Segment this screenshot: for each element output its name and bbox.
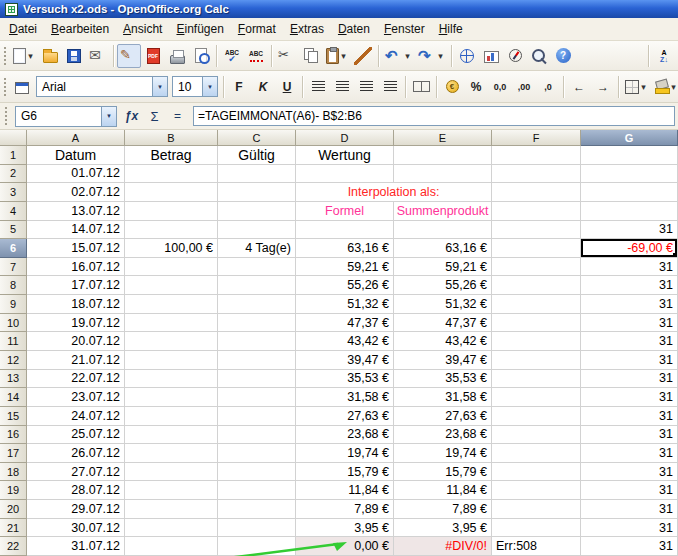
cell-G18[interactable]: 31 [581,463,678,482]
font-size-combo[interactable]: 10 [172,76,218,97]
cell-B10[interactable] [125,314,218,333]
cell-C4[interactable] [218,202,296,221]
row-header-21[interactable]: 21 [0,519,27,538]
row-header-13[interactable]: 13 [0,370,27,389]
cell-C15[interactable] [218,407,296,426]
cell-A10[interactable]: 19.07.12 [27,314,125,333]
copy-button[interactable] [299,44,323,68]
menu-einfügen[interactable]: Einfügen [169,19,230,39]
cell-F4[interactable] [492,202,581,221]
cell-F18[interactable] [492,463,581,482]
cell-C20[interactable] [218,500,296,519]
align-center-button[interactable] [330,75,354,99]
cell-G15[interactable]: 31 [581,407,678,426]
cell-B14[interactable] [125,388,218,407]
row-header-17[interactable]: 17 [0,444,27,463]
menu-bearbeiten[interactable]: Bearbeiten [44,19,116,39]
cell-A5[interactable]: 14.07.12 [27,221,125,240]
row-header-1[interactable]: 1 [0,146,27,165]
cell-F13[interactable] [492,370,581,389]
menu-ansicht[interactable]: Ansicht [116,19,169,39]
document-as-email-button[interactable] [86,44,110,68]
cell-A3[interactable]: 02.07.12 [27,183,125,202]
cell-E16[interactable]: 23,68 € [394,426,492,445]
menu-daten[interactable]: Daten [331,19,377,39]
cell-C6[interactable]: 4 Tag(e) [218,239,296,258]
cell-A17[interactable]: 26.07.12 [27,444,125,463]
decrease-indent-button[interactable]: ← [567,75,591,99]
column-header-D[interactable]: D [296,130,394,146]
cell-D16[interactable]: 23,68 € [296,426,394,445]
zoom-button[interactable] [527,44,551,68]
insert-chart-button[interactable] [479,44,503,68]
cell-F14[interactable] [492,388,581,407]
cell-A18[interactable]: 27.07.12 [27,463,125,482]
cell-A11[interactable]: 20.07.12 [27,332,125,351]
row-header-20[interactable]: 20 [0,500,27,519]
cell-A13[interactable]: 22.07.12 [27,370,125,389]
cell-D17[interactable]: 19,74 € [296,444,394,463]
cell-E6[interactable]: 63,16 € [394,239,492,258]
row-header-19[interactable]: 19 [0,481,27,500]
cell-F12[interactable] [492,351,581,370]
cell-D12[interactable]: 39,47 € [296,351,394,370]
add-decimal-place-button[interactable]: ,00 [512,75,536,99]
row-header-2[interactable]: 2 [0,165,27,184]
italic-button[interactable]: K [251,75,275,99]
row-header-6[interactable]: 6 [0,239,27,258]
select-all-corner[interactable] [0,130,27,146]
cell-B13[interactable] [125,370,218,389]
cell-G12[interactable]: 31 [581,351,678,370]
cell-B17[interactable] [125,444,218,463]
cell-B4[interactable] [125,202,218,221]
page-preview-button[interactable] [189,44,213,68]
cell-E18[interactable]: 15,79 € [394,463,492,482]
number-format-standard-button[interactable]: 0,0 [488,75,512,99]
cell-D10[interactable]: 47,37 € [296,314,394,333]
cell-A4[interactable]: 13.07.12 [27,202,125,221]
save-button[interactable] [62,44,86,68]
cell-E12[interactable]: 39,47 € [394,351,492,370]
row-header-16[interactable]: 16 [0,426,27,445]
cell-F2[interactable] [492,165,581,184]
cell-G5[interactable]: 31 [581,221,678,240]
cell-A14[interactable]: 23.07.12 [27,388,125,407]
cell-D9[interactable]: 51,32 € [296,295,394,314]
cell-F1[interactable] [492,146,581,165]
row-header-22[interactable]: 22 [0,537,27,556]
cell-A12[interactable]: 21.07.12 [27,351,125,370]
redo-dropdown-icon[interactable] [436,47,445,65]
export-as-pdf-button[interactable] [141,44,165,68]
font-name-dropdown-icon[interactable] [152,77,167,96]
cell-C18[interactable] [218,463,296,482]
cell-D20[interactable]: 7,89 € [296,500,394,519]
cell-C7[interactable] [218,258,296,277]
cell-D14[interactable]: 31,58 € [296,388,394,407]
cell-G4[interactable] [581,202,678,221]
cell-E17[interactable]: 19,74 € [394,444,492,463]
cell-D18[interactable]: 15,79 € [296,463,394,482]
cell-D21[interactable]: 3,95 € [296,519,394,538]
cell-C22[interactable] [218,537,296,556]
borders-dropdown-icon[interactable] [639,78,648,96]
background-color-dropdown-icon[interactable] [669,78,678,96]
cell-D7[interactable]: 59,21 € [296,258,394,277]
print-button[interactable] [165,44,189,68]
cell-C13[interactable] [218,370,296,389]
open-button[interactable] [38,44,62,68]
cell-D22[interactable]: 0,00 € [296,537,394,556]
cell-G3[interactable] [581,183,678,202]
cell-G22[interactable]: 31 [581,537,678,556]
cell-E10[interactable]: 47,37 € [394,314,492,333]
hyperlink-button[interactable] [455,44,479,68]
row-header-4[interactable]: 4 [0,202,27,221]
cell-F19[interactable] [492,481,581,500]
cell-B15[interactable] [125,407,218,426]
cell-C12[interactable] [218,351,296,370]
cell-C5[interactable] [218,221,296,240]
underline-button[interactable]: U [275,75,299,99]
cell-F15[interactable] [492,407,581,426]
delete-decimal-place-button[interactable]: ,0 [536,75,560,99]
paste-button[interactable] [323,44,351,68]
cell-F21[interactable] [492,519,581,538]
